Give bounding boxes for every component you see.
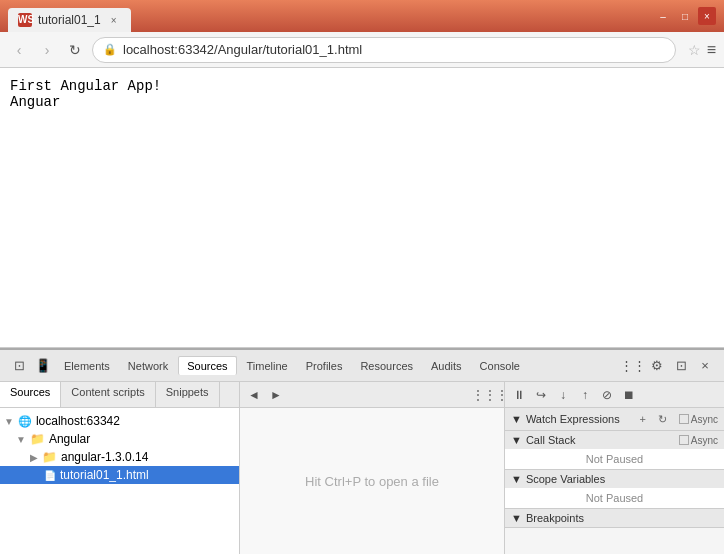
left-tab-snippets[interactable]: Snippets xyxy=(156,382,220,407)
center-toolbar: ◄ ► ⋮⋮⋮ xyxy=(240,382,504,408)
devtools-dock-button[interactable]: ⊡ xyxy=(670,355,692,377)
scope-variables-status: Not Paused xyxy=(586,492,643,504)
url-text: localhost:63342/Angular/tutorial01_1.htm… xyxy=(123,42,362,57)
watch-expressions-header[interactable]: ▼ Watch Expressions + ↻ Async xyxy=(505,408,724,430)
restore-button[interactable]: □ xyxy=(676,7,694,25)
device-mode-button[interactable]: 📱 xyxy=(32,355,54,377)
call-stack-label: Call Stack xyxy=(526,434,576,446)
refresh-watch-button[interactable]: ↻ xyxy=(655,411,671,427)
tree-label-angular: Angular xyxy=(49,432,90,446)
tree-expand-icon-lib: ▶ xyxy=(30,452,38,463)
page-line-2: Anguar xyxy=(10,94,714,110)
scope-variables-label: Scope Variables xyxy=(526,473,605,485)
tree-item-angular-folder[interactable]: ▼ 📁 Angular xyxy=(0,430,239,448)
open-file-hint: Hit Ctrl+P to open a file xyxy=(305,474,439,489)
tree-item-localhost[interactable]: ▼ 🌐 localhost:63342 xyxy=(0,412,239,430)
call-stack-status: Not Paused xyxy=(586,453,643,465)
window-controls: – □ × xyxy=(654,7,716,25)
url-lock-icon: 🔒 xyxy=(103,43,117,56)
back-button[interactable]: ‹ xyxy=(8,39,30,61)
step-over-button[interactable]: ↪ xyxy=(531,385,551,405)
devtools-panel: ⊡ 📱 Elements Network Sources Timeline Pr… xyxy=(0,348,724,554)
tab-sources[interactable]: Sources xyxy=(178,356,236,375)
tree-label-tutorial-file: tutorial01_1.html xyxy=(60,468,149,482)
call-stack-section: ▼ Call Stack Async Not Paused xyxy=(505,431,724,470)
tree-item-tutorial-file[interactable]: 📄 tutorial01_1.html xyxy=(0,466,239,484)
tab-audits[interactable]: Audits xyxy=(423,357,470,375)
devtools-right-icons: ⋮⋮ ⚙ ⊡ × xyxy=(622,355,716,377)
center-forward-button[interactable]: ► xyxy=(266,385,286,405)
minimize-button[interactable]: – xyxy=(654,7,672,25)
left-panel-tabs: Sources Content scripts Snippets xyxy=(0,382,239,408)
host-icon: 🌐 xyxy=(18,415,32,428)
tab-elements[interactable]: Elements xyxy=(56,357,118,375)
folder-icon-lib: 📁 xyxy=(42,450,57,464)
center-content-hint: Hit Ctrl+P to open a file xyxy=(240,408,504,554)
page-line-1: First Angular App! xyxy=(10,78,714,94)
breakpoints-arrow: ▼ xyxy=(511,512,522,524)
breakpoints-header[interactable]: ▼ Breakpoints xyxy=(505,509,724,527)
call-stack-async: Async xyxy=(679,435,718,446)
folder-icon-angular: 📁 xyxy=(30,432,45,446)
call-stack-header[interactable]: ▼ Call Stack Async xyxy=(505,431,724,449)
tab-close-button[interactable]: × xyxy=(107,13,121,27)
breakpoints-section: ▼ Breakpoints xyxy=(505,509,724,528)
browser-menu-button[interactable]: ≡ xyxy=(707,41,716,59)
tab-timeline[interactable]: Timeline xyxy=(239,357,296,375)
pause-on-exceptions-button[interactable]: ⏹ xyxy=(619,385,639,405)
async-checkbox[interactable] xyxy=(679,414,689,424)
right-panel-toolbar: ⏸ ↪ ↓ ↑ ⊘ ⏹ xyxy=(505,382,724,408)
center-back-button[interactable]: ◄ xyxy=(244,385,264,405)
call-stack-async-text: Async xyxy=(691,435,718,446)
tab-title: tutorial01_1 xyxy=(38,13,101,27)
async-text: Async xyxy=(691,414,718,425)
breakpoints-label: Breakpoints xyxy=(526,512,584,524)
step-into-button[interactable]: ↓ xyxy=(553,385,573,405)
scope-variables-arrow: ▼ xyxy=(511,473,522,485)
tab-network[interactable]: Network xyxy=(120,357,176,375)
async-label: Async xyxy=(679,414,718,425)
left-tab-content-scripts[interactable]: Content scripts xyxy=(61,382,155,407)
add-watch-button[interactable]: + xyxy=(635,411,651,427)
watch-section-actions: + ↻ xyxy=(635,411,671,427)
tree-item-angular-lib[interactable]: ▶ 📁 angular-1.3.0.14 xyxy=(0,448,239,466)
tree-expand-icon: ▼ xyxy=(4,416,14,427)
call-stack-async-checkbox[interactable] xyxy=(679,435,689,445)
active-tab[interactable]: WS tutorial01_1 × xyxy=(8,8,131,32)
watch-section-arrow: ▼ xyxy=(511,413,522,425)
devtools-center-panel: ◄ ► ⋮⋮⋮ Hit Ctrl+P to open a file xyxy=(240,382,504,554)
tab-resources[interactable]: Resources xyxy=(352,357,421,375)
tab-profiles[interactable]: Profiles xyxy=(298,357,351,375)
tab-console[interactable]: Console xyxy=(472,357,528,375)
call-stack-content: Not Paused xyxy=(505,449,724,469)
tree-label-localhost: localhost:63342 xyxy=(36,414,120,428)
devtools-toolbar: ⊡ 📱 Elements Network Sources Timeline Pr… xyxy=(0,350,724,382)
left-tab-sources[interactable]: Sources xyxy=(0,382,61,407)
devtools-close-button[interactable]: × xyxy=(694,355,716,377)
close-button[interactable]: × xyxy=(698,7,716,25)
addressbar: ‹ › ↻ 🔒 localhost:63342/Angular/tutorial… xyxy=(0,32,724,68)
tree-file-icon: 📄 xyxy=(44,470,56,481)
step-out-button[interactable]: ↑ xyxy=(575,385,595,405)
browser-tabs: WS tutorial01_1 × xyxy=(8,0,654,32)
watch-section-label: Watch Expressions xyxy=(526,413,620,425)
devtools-more-button[interactable]: ⋮⋮ xyxy=(622,355,644,377)
watch-expressions-section: ▼ Watch Expressions + ↻ Async xyxy=(505,408,724,431)
deactivate-breakpoints-button[interactable]: ⊘ xyxy=(597,385,617,405)
devtools-right-panel: ⏸ ↪ ↓ ↑ ⊘ ⏹ ▼ Watch Expressions + ↻ xyxy=(504,382,724,554)
center-more-button[interactable]: ⋮⋮⋮ xyxy=(480,385,500,405)
forward-button[interactable]: › xyxy=(36,39,58,61)
scope-variables-header[interactable]: ▼ Scope Variables xyxy=(505,470,724,488)
devtools-left-panel: Sources Content scripts Snippets ▼ 🌐 loc… xyxy=(0,382,240,554)
url-bar[interactable]: 🔒 localhost:63342/Angular/tutorial01_1.h… xyxy=(92,37,676,63)
bookmark-button[interactable]: ☆ xyxy=(688,42,701,58)
refresh-button[interactable]: ↻ xyxy=(64,39,86,61)
page-content: First Angular App! Anguar xyxy=(0,68,724,348)
call-stack-arrow: ▼ xyxy=(511,434,522,446)
titlebar: WS tutorial01_1 × – □ × xyxy=(0,0,724,32)
inspect-element-button[interactable]: ⊡ xyxy=(8,355,30,377)
pause-button[interactable]: ⏸ xyxy=(509,385,529,405)
devtools-settings-button[interactable]: ⚙ xyxy=(646,355,668,377)
tab-favicon: WS xyxy=(18,13,32,27)
scope-variables-content: Not Paused xyxy=(505,488,724,508)
